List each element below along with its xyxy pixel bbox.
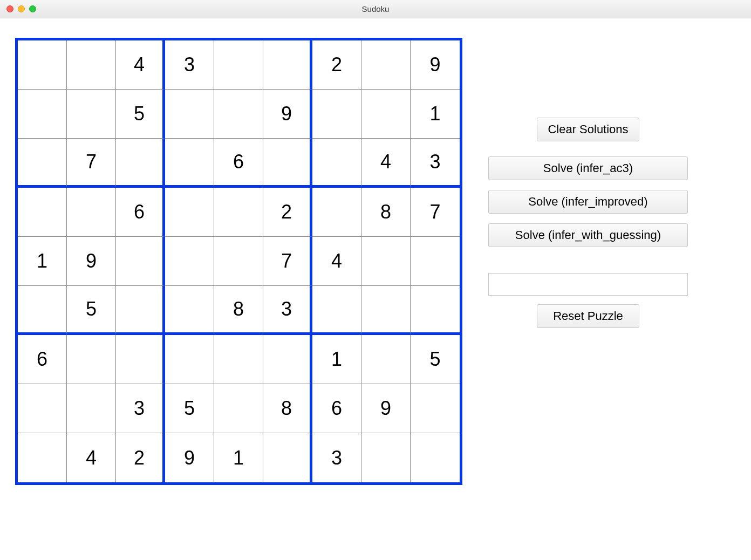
sudoku-cell[interactable]: 3	[411, 139, 460, 188]
sudoku-cell[interactable]: 6	[214, 139, 263, 188]
sudoku-cell[interactable]	[214, 188, 263, 237]
solve-guessing-button[interactable]: Solve (infer_with_guessing)	[488, 223, 688, 247]
sudoku-cell[interactable]: 4	[116, 40, 165, 90]
sudoku-cell[interactable]	[165, 286, 214, 335]
sudoku-cell[interactable]	[361, 40, 411, 90]
sudoku-cell[interactable]: 8	[361, 188, 411, 237]
sudoku-cell[interactable]: 5	[67, 286, 116, 335]
sudoku-cell[interactable]: 3	[116, 384, 165, 433]
sudoku-cell[interactable]	[165, 237, 214, 286]
clear-solutions-button[interactable]: Clear Solutions	[537, 118, 639, 141]
sudoku-cell[interactable]: 1	[18, 237, 67, 286]
sudoku-cell[interactable]	[361, 433, 411, 482]
sudoku-cell[interactable]	[214, 40, 263, 90]
titlebar: Sudoku	[0, 0, 751, 18]
sudoku-cell[interactable]	[67, 384, 116, 433]
sudoku-cell[interactable]	[214, 384, 263, 433]
sudoku-cell[interactable]: 3	[263, 286, 312, 335]
sudoku-cell[interactable]	[263, 40, 312, 90]
minimize-icon[interactable]	[18, 5, 25, 12]
maximize-icon[interactable]	[29, 5, 36, 12]
sudoku-cell[interactable]	[361, 237, 411, 286]
sudoku-cell[interactable]: 6	[18, 335, 67, 384]
sudoku-cell[interactable]	[214, 237, 263, 286]
sudoku-cell[interactable]: 5	[411, 335, 460, 384]
controls-panel: Clear Solutions Solve (infer_ac3) Solve …	[488, 38, 688, 328]
main-content: 43295917643628719745836153586942913 Clea…	[0, 18, 751, 504]
sudoku-cell[interactable]	[67, 40, 116, 90]
sudoku-cell[interactable]	[165, 139, 214, 188]
sudoku-cell[interactable]	[18, 384, 67, 433]
sudoku-cell[interactable]	[18, 433, 67, 482]
sudoku-cell[interactable]: 9	[361, 384, 411, 433]
sudoku-cell[interactable]: 7	[411, 188, 460, 237]
solve-ac3-button[interactable]: Solve (infer_ac3)	[488, 156, 688, 180]
sudoku-cell[interactable]: 6	[312, 384, 361, 433]
sudoku-cell[interactable]: 9	[411, 40, 460, 90]
sudoku-cell[interactable]	[18, 188, 67, 237]
sudoku-cell[interactable]: 9	[67, 237, 116, 286]
sudoku-cell[interactable]	[18, 286, 67, 335]
sudoku-cell[interactable]: 6	[116, 188, 165, 237]
sudoku-cell[interactable]: 4	[67, 433, 116, 482]
sudoku-cell[interactable]	[116, 139, 165, 188]
puzzle-input[interactable]	[488, 273, 688, 296]
window-controls	[6, 5, 36, 12]
sudoku-cell[interactable]: 4	[312, 237, 361, 286]
sudoku-cell[interactable]	[214, 90, 263, 139]
sudoku-cell[interactable]	[361, 286, 411, 335]
sudoku-cell[interactable]: 1	[312, 335, 361, 384]
sudoku-cell[interactable]: 4	[361, 139, 411, 188]
sudoku-cell[interactable]: 2	[116, 433, 165, 482]
sudoku-cell[interactable]: 1	[214, 433, 263, 482]
sudoku-cell[interactable]	[361, 335, 411, 384]
sudoku-cell[interactable]: 3	[312, 433, 361, 482]
reset-puzzle-button[interactable]: Reset Puzzle	[537, 304, 639, 328]
sudoku-cell[interactable]: 9	[263, 90, 312, 139]
sudoku-cell[interactable]	[67, 90, 116, 139]
sudoku-cell[interactable]	[18, 139, 67, 188]
sudoku-cell[interactable]: 8	[263, 384, 312, 433]
sudoku-cell[interactable]: 1	[411, 90, 460, 139]
sudoku-cell[interactable]	[116, 237, 165, 286]
sudoku-cell[interactable]: 2	[263, 188, 312, 237]
sudoku-cell[interactable]	[116, 335, 165, 384]
sudoku-board: 43295917643628719745836153586942913	[15, 38, 462, 485]
sudoku-cell[interactable]: 5	[165, 384, 214, 433]
sudoku-cell[interactable]	[263, 433, 312, 482]
sudoku-cell[interactable]: 3	[165, 40, 214, 90]
solve-button-group: Solve (infer_ac3) Solve (infer_improved)…	[488, 156, 688, 247]
sudoku-cell[interactable]: 8	[214, 286, 263, 335]
sudoku-cell[interactable]: 7	[67, 139, 116, 188]
sudoku-cell[interactable]	[165, 335, 214, 384]
window-title: Sudoku	[362, 4, 390, 13]
sudoku-cell[interactable]: 7	[263, 237, 312, 286]
reset-group: Reset Puzzle	[488, 273, 688, 328]
solve-improved-button[interactable]: Solve (infer_improved)	[488, 190, 688, 214]
sudoku-cell[interactable]: 5	[116, 90, 165, 139]
close-icon[interactable]	[6, 5, 13, 12]
sudoku-cell[interactable]	[165, 188, 214, 237]
sudoku-cell[interactable]	[312, 286, 361, 335]
sudoku-cell[interactable]	[263, 139, 312, 188]
sudoku-cell[interactable]	[361, 90, 411, 139]
sudoku-cell[interactable]	[67, 335, 116, 384]
sudoku-cell[interactable]	[411, 384, 460, 433]
sudoku-cell[interactable]	[312, 188, 361, 237]
sudoku-cell[interactable]	[214, 335, 263, 384]
sudoku-cell[interactable]	[18, 40, 67, 90]
sudoku-cell[interactable]	[67, 188, 116, 237]
sudoku-cell[interactable]	[312, 90, 361, 139]
sudoku-cell[interactable]	[18, 90, 67, 139]
sudoku-cell[interactable]: 2	[312, 40, 361, 90]
sudoku-cell[interactable]	[411, 433, 460, 482]
sudoku-cell[interactable]: 9	[165, 433, 214, 482]
sudoku-cell[interactable]	[411, 237, 460, 286]
sudoku-cell[interactable]	[312, 139, 361, 188]
sudoku-cell[interactable]	[263, 335, 312, 384]
sudoku-cell[interactable]	[411, 286, 460, 335]
sudoku-cell[interactable]	[165, 90, 214, 139]
sudoku-cell[interactable]	[116, 286, 165, 335]
